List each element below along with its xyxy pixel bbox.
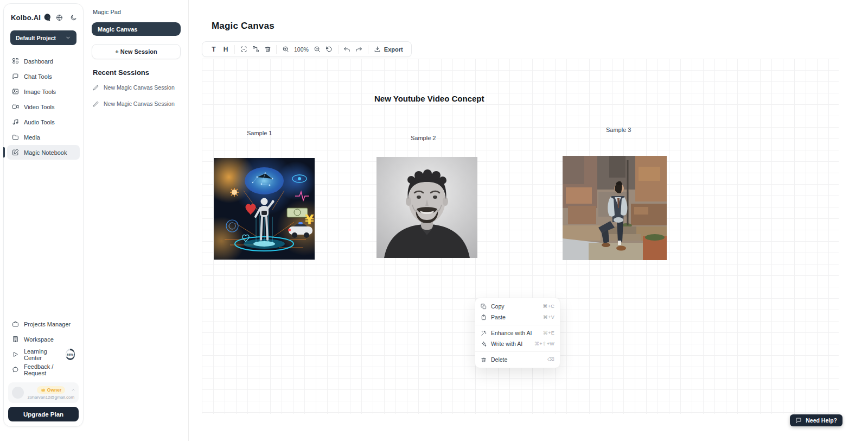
menu-item-delete[interactable]: Delete ⌫ (475, 354, 560, 365)
nav-label: Chat Tools (24, 73, 52, 80)
connector-button[interactable] (250, 43, 261, 55)
menu-shortcut: ⌘+C (542, 304, 554, 309)
audio-icon (12, 118, 19, 125)
role-label: Owner (47, 387, 61, 393)
nav-label: Dashboard (24, 58, 53, 65)
text-tool-label: T (212, 46, 215, 53)
sidebar-item-feedback[interactable]: Feedback / Request (7, 362, 80, 377)
crown-icon (41, 387, 46, 392)
menu-shortcut: ⌘+V (543, 314, 554, 320)
sidebar-item-media[interactable]: Media (7, 130, 80, 144)
upgrade-plan-button[interactable]: Upgrade Plan (8, 407, 79, 421)
sidebar-footer: Projects Manager Workspace Learning Cent… (4, 316, 83, 421)
tab-magic-pad[interactable]: Magic Pad (84, 0, 188, 17)
sample-image-ai-robot[interactable]: ¥ (214, 158, 315, 260)
recent-sessions-heading: Recent Sessions (84, 59, 188, 79)
sample-1-label[interactable]: Sample 1 (247, 130, 272, 136)
nav-label: Audio Tools (24, 119, 55, 125)
ai-head-icon (43, 13, 52, 22)
zoom-out-button[interactable] (311, 43, 323, 55)
learning-progress-value: 66% (66, 350, 74, 358)
dark-mode-moon-icon[interactable] (70, 14, 77, 21)
trash-icon (481, 357, 487, 363)
session-label: New Magic Canvas Session (104, 84, 175, 91)
magic-canvas-grid[interactable]: New Youtube Video Concept Sample 1 Sampl… (202, 59, 839, 414)
menu-item-copy[interactable]: Copy ⌘+C (475, 301, 560, 312)
sidebar-item-learning-center[interactable]: Learning Center 66% (7, 347, 80, 362)
export-label: Export (384, 46, 403, 53)
session-list-item[interactable]: New Magic Canvas Session (84, 79, 188, 96)
sidebar-item-video-tools[interactable]: Video Tools (7, 99, 80, 114)
zoom-level: 100% (291, 46, 311, 53)
delete-tool-button[interactable] (261, 43, 273, 55)
download-icon (374, 46, 381, 53)
session-label: New Magic Canvas Session (104, 100, 175, 107)
nav-label: Workspace (24, 336, 54, 343)
magic-canvas-label: Magic Canvas (98, 26, 137, 33)
redo-icon (355, 46, 362, 53)
sparkles-icon (481, 341, 487, 347)
menu-divider (475, 325, 560, 325)
app-sidebar: Kolbo.AI Default Project Dashboard Chat … (3, 3, 84, 427)
nav-label: Media (24, 134, 40, 141)
ai-select-icon (240, 46, 247, 53)
user-info: Owner zoharvan12@gmail.com (27, 386, 75, 400)
sessions-panel: Magic Pad Magic Canvas + New Session Rec… (84, 0, 189, 441)
menu-item-write-ai[interactable]: Write with AI ⌘+⇧+W (475, 338, 560, 349)
menu-item-enhance-ai[interactable]: Enhance with AI ⌘+E (475, 327, 560, 338)
app-logo: Kolbo.AI (11, 14, 41, 22)
language-globe-icon[interactable] (56, 14, 63, 21)
sidebar-item-chat-tools[interactable]: Chat Tools (7, 69, 80, 84)
sample-3-label[interactable]: Sample 3 (606, 127, 631, 133)
briefcase-icon (12, 320, 19, 327)
zoom-in-button[interactable] (279, 43, 291, 55)
user-email: zoharvan12@gmail.com (28, 395, 74, 400)
logo-row: Kolbo.AI (4, 4, 83, 28)
export-button[interactable]: Export (371, 46, 406, 53)
sidebar-item-dashboard[interactable]: Dashboard (7, 54, 80, 68)
image-icon (12, 88, 19, 95)
notebook-edit-icon (12, 149, 19, 156)
menu-shortcut: ⌘+E (543, 330, 554, 336)
heading-tool-button[interactable]: H (220, 43, 232, 55)
sidebar-item-image-tools[interactable]: Image Tools (7, 84, 80, 99)
menu-shortcut: ⌫ (547, 357, 554, 362)
canvas-heading[interactable]: New Youtube Video Concept (374, 94, 484, 103)
sample-2-label[interactable]: Sample 2 (411, 135, 436, 141)
redo-button[interactable] (353, 43, 365, 55)
magic-pad-label: Magic Pad (93, 9, 121, 15)
avatar (12, 387, 24, 399)
pencil-icon (93, 100, 99, 107)
sidebar-item-magic-notebook[interactable]: Magic Notebook (7, 145, 80, 160)
nav-label: Image Tools (24, 89, 56, 95)
zoom-in-icon (282, 46, 289, 53)
text-tool-button[interactable]: T (208, 43, 220, 55)
menu-item-paste[interactable]: Paste ⌘+V (475, 312, 560, 323)
undo-button[interactable] (341, 43, 353, 55)
menu-label: Write with AI (491, 341, 522, 347)
learning-progress-ring: 66% (66, 349, 75, 360)
sample-image-portrait[interactable] (376, 157, 477, 258)
new-session-button[interactable]: + New Session (92, 44, 181, 59)
connector-icon (252, 46, 259, 53)
nav-label: Feedback / Request (24, 363, 75, 376)
magic-wand-icon (481, 330, 487, 336)
session-list-item[interactable]: New Magic Canvas Session (84, 96, 188, 112)
need-help-button[interactable]: Need Help? (790, 414, 843, 426)
sidebar-item-projects-manager[interactable]: Projects Manager (7, 317, 80, 331)
project-selector[interactable]: Default Project (10, 30, 76, 45)
tab-magic-canvas[interactable]: Magic Canvas (92, 22, 181, 36)
user-profile-card[interactable]: Owner zoharvan12@gmail.com (8, 382, 79, 403)
main-nav: Dashboard Chat Tools Image Tools Video T… (4, 54, 83, 160)
context-menu: Copy ⌘+C Paste ⌘+V Enhance with AI ⌘+E W… (475, 298, 560, 368)
sidebar-item-audio-tools[interactable]: Audio Tools (7, 115, 80, 129)
ai-select-button[interactable] (238, 43, 250, 55)
sample-image-ruins[interactable] (563, 156, 667, 260)
page-title: Magic Canvas (212, 21, 275, 32)
menu-label: Delete (491, 356, 507, 363)
menu-label: Copy (491, 303, 505, 310)
reset-view-button[interactable] (323, 43, 335, 55)
main-area: Magic Canvas T H 100% (189, 0, 868, 441)
sidebar-item-workspace[interactable]: Workspace (7, 332, 80, 346)
building-icon (12, 336, 19, 343)
